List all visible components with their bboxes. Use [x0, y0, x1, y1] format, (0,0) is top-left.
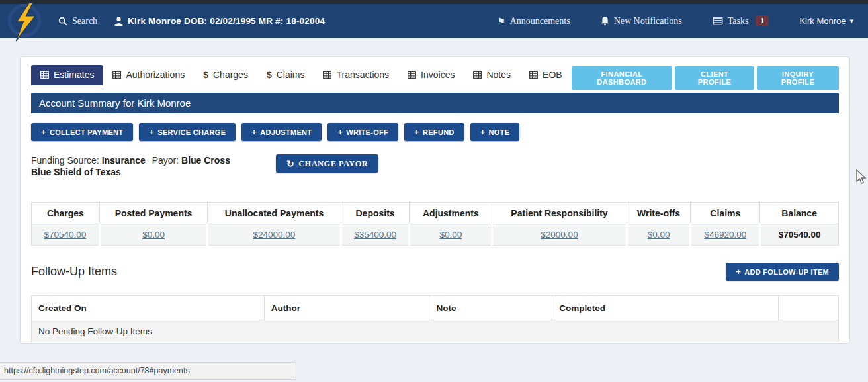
payor-label: Payor: [152, 155, 179, 166]
account-actions: + COLLECT PAYMENT + SERVICE CHARGE + ADJ… [31, 123, 839, 141]
tab-label: Claims [277, 70, 305, 80]
patient-responsibility-value-link[interactable]: $2000.00 [541, 230, 578, 240]
col-balance: Balance [760, 203, 839, 224]
inquiry-profile-button[interactable]: INQUIRY PROFILE [757, 66, 839, 90]
col-patient-responsibility: Patient Responsibility [492, 203, 627, 224]
follow-up-items-table: Created On Author Note Completed No Pend… [31, 295, 839, 342]
browser-status-bar: https://cfo.lightningstep.com/account/78… [0, 362, 296, 380]
tab-eob[interactable]: EOB [520, 65, 572, 85]
user-menu[interactable]: Kirk Monroe ▾ [799, 16, 853, 26]
tab-claims[interactable]: $ Claims [257, 65, 314, 85]
funding-source-value: Insurance [102, 155, 146, 166]
balance-value: $70540.00 [779, 230, 821, 240]
plus-icon: + [414, 127, 419, 137]
col-unallocated-payments: Unallocated Payments [208, 203, 341, 224]
nav-announcements[interactable]: ⚑ Announcements [497, 16, 570, 26]
service-charge-button[interactable]: + SERVICE CHARGE [139, 123, 236, 141]
refresh-icon: ↻ [286, 158, 294, 169]
collect-payment-button[interactable]: + COLLECT PAYMENT [31, 123, 133, 141]
search-label: Search [72, 16, 97, 26]
add-follow-up-item-button[interactable]: + ADD FOLLOW-UP ITEM [726, 263, 839, 281]
chevron-down-icon: ▾ [849, 17, 853, 25]
claims-value-link[interactable]: $46920.00 [704, 230, 746, 240]
funding-source-text: Funding Source: Insurance Payor: Blue Cr… [31, 154, 238, 178]
account-tabs: Estimates Authorizations $ Charges $ Cla… [31, 65, 572, 85]
refund-button[interactable]: + REFUND [404, 123, 464, 141]
dollar-icon: $ [203, 70, 208, 80]
patient-banner[interactable]: Kirk Monroe DOB: 02/02/1995 MR #: 18-020… [114, 16, 325, 26]
client-profile-button[interactable]: CLIENT PROFILE [675, 66, 754, 90]
tab-label: Authorizations [126, 70, 185, 80]
tasks-count-badge: 1 [756, 15, 769, 26]
charges-value-link[interactable]: $70540.00 [44, 230, 86, 240]
plus-icon: + [251, 127, 257, 137]
no-pending-items-message: No Pending Follow-Up Items [32, 320, 839, 342]
write-offs-value-link[interactable]: $0.00 [648, 230, 670, 240]
col-note: Note [429, 296, 552, 320]
flag-icon: ⚑ [497, 16, 505, 26]
col-claims: Claims [691, 203, 760, 224]
col-completed: Completed [552, 296, 779, 320]
tab-label: Transactions [336, 70, 389, 80]
user-menu-label: Kirk Monroe [799, 16, 846, 26]
announcements-label: Announcements [510, 16, 570, 26]
tab-estimates[interactable]: Estimates [31, 65, 103, 85]
plus-icon: + [480, 127, 486, 137]
tab-invoices[interactable]: Invoices [398, 65, 464, 85]
tab-label: Charges [213, 70, 248, 80]
account-summary-table: Charges Posted Payments Unallocated Paym… [31, 202, 839, 246]
write-off-button[interactable]: + WRITE-OFF [327, 123, 398, 141]
dollar-icon: $ [267, 70, 272, 80]
plus-icon: + [337, 127, 343, 137]
patient-info-text: Kirk Monroe DOB: 02/02/1995 MR #: 18-020… [128, 16, 325, 26]
search-icon [58, 17, 67, 26]
funding-source-label: Funding Source: [31, 155, 99, 166]
table-icon [40, 71, 49, 79]
col-deposits: Deposits [341, 203, 410, 224]
mouse-cursor [856, 169, 867, 185]
col-actions-empty [779, 296, 839, 320]
unallocated-payments-value-link[interactable]: $24000.00 [253, 230, 296, 240]
profile-buttons-group: FINANCIAL DASHBOARD CLIENT PROFILE INQUI… [572, 66, 839, 90]
account-summary-header: Account Summary for Kirk Monroe [31, 93, 839, 113]
bell-icon [601, 16, 609, 26]
tab-notes[interactable]: Notes [464, 65, 520, 85]
app-logo[interactable] [5, 1, 44, 42]
follow-up-header-row: Created On Author Note Completed [32, 296, 839, 320]
summary-header-row: Charges Posted Payments Unallocated Paym… [32, 203, 839, 224]
col-charges: Charges [32, 203, 100, 224]
tab-label: Invoices [421, 70, 455, 80]
table-icon [323, 71, 331, 79]
tab-label: Estimates [54, 70, 94, 80]
table-icon [408, 71, 416, 79]
tab-charges[interactable]: $ Charges [194, 65, 257, 85]
table-icon [473, 71, 482, 79]
nav-notifications[interactable]: New Notifications [601, 16, 682, 26]
col-write-offs: Write-offs [627, 203, 691, 224]
tab-authorizations[interactable]: Authorizations [103, 65, 194, 85]
tab-transactions[interactable]: Transactions [314, 65, 398, 85]
plus-icon: + [41, 127, 46, 137]
adjustment-button[interactable]: + ADJUSTMENT [241, 123, 322, 141]
financial-dashboard-button[interactable]: FINANCIAL DASHBOARD [572, 66, 673, 90]
tasks-label: Tasks [728, 16, 749, 26]
tab-label: EOB [542, 70, 562, 80]
col-posted-payments: Posted Payments [99, 203, 208, 224]
table-icon [112, 71, 121, 79]
nav-search[interactable]: Search [58, 16, 97, 26]
adjustments-value-link[interactable]: $0.00 [439, 230, 462, 240]
summary-values-row: $70540.00 $0.00 $24000.00 $35400.00 $0.0… [32, 224, 839, 246]
person-icon [114, 17, 123, 26]
change-payor-button[interactable]: ↻ CHANGE PAYOR [276, 154, 378, 173]
plus-icon: + [736, 267, 741, 277]
posted-payments-value-link[interactable]: $0.00 [142, 230, 165, 240]
follow-up-empty-row: No Pending Follow-Up Items [32, 320, 839, 342]
col-author: Author [264, 296, 429, 320]
nav-tasks[interactable]: Tasks 1 [713, 15, 769, 26]
deposits-value-link[interactable]: $35400.00 [354, 230, 396, 240]
top-navbar: Search Kirk Monroe DOB: 02/02/1995 MR #:… [0, 4, 868, 38]
note-button[interactable]: + NOTE [470, 123, 520, 141]
follow-up-items-heading: Follow-Up Items [31, 265, 117, 279]
tab-label: Notes [486, 70, 511, 80]
col-adjustments: Adjustments [410, 203, 492, 224]
